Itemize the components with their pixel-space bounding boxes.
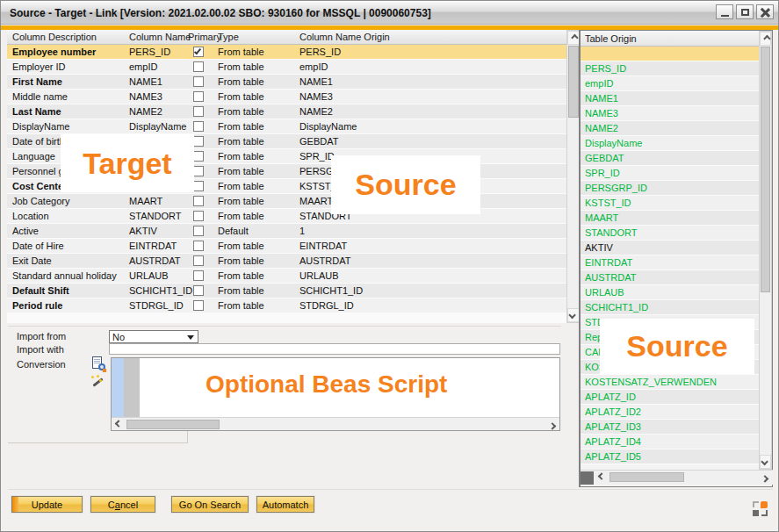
- table-row[interactable]: Last NameNAME2From tableNAME2: [7, 104, 566, 119]
- primary-checkbox[interactable]: [193, 270, 204, 281]
- table-row[interactable]: Job CategoryMAARTFrom tableMAART: [7, 194, 566, 209]
- automatch-button[interactable]: Automatch: [256, 496, 314, 513]
- cell-type: From table: [218, 181, 264, 191]
- primary-checkbox[interactable]: [193, 226, 204, 236]
- origin-list-item[interactable]: NAME2: [581, 121, 759, 136]
- origin-list-item[interactable]: empID: [581, 76, 759, 91]
- cell-type: From table: [218, 151, 264, 162]
- origin-item-label: APLATZ_ID5: [585, 451, 641, 462]
- primary-checkbox[interactable]: [193, 61, 204, 72]
- origin-list-item[interactable]: AUSTRDAT: [581, 270, 759, 285]
- primary-checkbox[interactable]: [193, 121, 204, 132]
- primary-checkbox[interactable]: [193, 211, 204, 221]
- primary-checkbox[interactable]: [193, 91, 204, 102]
- origin-list-item[interactable]: APLATZ_ID5: [581, 449, 759, 464]
- origin-list-item[interactable]: APLATZ_ID2: [581, 405, 759, 420]
- primary-checkbox[interactable]: [193, 166, 204, 176]
- origin-item-label: NAME3: [585, 108, 618, 119]
- primary-checkbox[interactable]: [193, 300, 204, 311]
- editor-horizontal-scrollbar[interactable]: [112, 417, 559, 430]
- table-row[interactable]: Employee numberPERS_IDFrom tablePERS_ID: [7, 45, 566, 60]
- cell-name: NAME1: [129, 76, 162, 87]
- origin-list-item[interactable]: AKTIV: [581, 241, 759, 255]
- panel-scroll-left-button[interactable]: [595, 471, 608, 483]
- origin-list-item[interactable]: KSTST_ID: [581, 196, 759, 211]
- grid-scroll-down-button[interactable]: [567, 308, 580, 322]
- table-row[interactable]: Period ruleSTDRGL_IDFrom tableSTDRGL_ID: [7, 298, 566, 313]
- table-row[interactable]: Standard annual holidayURLAUBFrom tableU…: [7, 269, 566, 284]
- table-row[interactable]: Default ShiftSCHICHT1_IDFrom tableSCHICH…: [7, 284, 566, 298]
- editor-scroll-right-button[interactable]: [546, 419, 559, 430]
- close-button[interactable]: [756, 4, 774, 19]
- header-column-description[interactable]: Column Description: [12, 32, 97, 42]
- primary-checkbox[interactable]: [193, 285, 204, 296]
- header-type[interactable]: Type: [218, 32, 239, 42]
- table-row[interactable]: Date of HireEINTRDATFrom tableEINTRDAT: [7, 239, 566, 254]
- origin-list-item[interactable]: SCHICHT1_ID: [581, 300, 759, 315]
- header-primary[interactable]: Primary: [188, 32, 221, 42]
- origin-list-item[interactable]: [581, 47, 759, 61]
- import-from-dropdown[interactable]: No: [109, 330, 198, 343]
- panel-scroll-right-button[interactable]: [759, 471, 771, 483]
- origin-list-item[interactable]: DisplayName: [581, 136, 759, 151]
- go-on-search-button[interactable]: Go On Search: [171, 496, 249, 513]
- primary-checkbox[interactable]: [193, 241, 204, 251]
- primary-checkbox[interactable]: [193, 196, 204, 206]
- origin-list-item[interactable]: SPR_ID: [581, 166, 759, 181]
- origin-list-item[interactable]: APLATZ_ID4: [581, 435, 759, 449]
- header-column-name[interactable]: Column Name: [129, 32, 191, 42]
- origin-item-label: SCHICHT1_ID: [585, 302, 648, 313]
- table-row[interactable]: Exit DateAUSTRDATFrom tableAUSTRDAT: [7, 254, 566, 269]
- origin-list-item[interactable]: PERS_ID: [581, 61, 759, 76]
- cancel-button[interactable]: Cancel: [90, 496, 155, 513]
- editor-scroll-left-button[interactable]: [112, 419, 125, 430]
- table-row[interactable]: DisplayNameDisplayNameFrom tableDisplayN…: [7, 119, 566, 134]
- primary-checkbox[interactable]: [193, 151, 204, 162]
- import-with-input[interactable]: [109, 343, 560, 355]
- panel-horizontal-scrollbar[interactable]: [581, 470, 773, 485]
- primary-checkbox[interactable]: [193, 255, 204, 266]
- origin-list-item[interactable]: PERSGRP_ID: [581, 181, 759, 196]
- header-column-name-origin[interactable]: Column Name Origin: [299, 32, 390, 42]
- origin-list-item[interactable]: EINTRDAT: [581, 255, 759, 270]
- panel-scroll-down-button[interactable]: [760, 455, 771, 469]
- expand-form-button[interactable]: [753, 501, 768, 516]
- primary-checkbox[interactable]: [193, 136, 204, 147]
- origin-list-item[interactable]: GEBDAT: [581, 151, 759, 166]
- minimize-button[interactable]: [716, 4, 733, 19]
- origin-list-item[interactable]: KOSTENSATZ_VERWENDEN: [581, 375, 759, 390]
- origin-list-item[interactable]: APLATZ_ID: [581, 390, 759, 405]
- primary-checkbox[interactable]: [193, 181, 204, 191]
- script-wizard-button[interactable]: [90, 375, 105, 390]
- origin-item-label: GEBDAT: [585, 153, 624, 163]
- table-origin-header[interactable]: Table Origin: [581, 31, 759, 47]
- origin-list-item[interactable]: STANDORT: [581, 226, 759, 241]
- dropdown-arrow-icon: [187, 335, 194, 340]
- origin-list-item[interactable]: NAME1: [581, 91, 759, 106]
- mapping-table-header: Column Description Column Name Primary T…: [7, 30, 566, 45]
- panel-vertical-scrollbar[interactable]: [759, 31, 772, 470]
- table-row[interactable]: ActiveAKTIVDefault1: [7, 224, 566, 239]
- origin-list-item[interactable]: URLAUB: [581, 285, 759, 300]
- panel-hscrollbar-thumb[interactable]: [609, 472, 684, 482]
- origin-list-item[interactable]: NAME3: [581, 106, 759, 121]
- table-row[interactable]: Employer IDempIDFrom tableempID: [7, 60, 566, 75]
- update-button[interactable]: Update: [11, 496, 83, 513]
- editor-hscrollbar-thumb[interactable]: [126, 420, 220, 429]
- title-bar[interactable]: Source - Target - Link [Version: 2021.02…: [1, 1, 778, 25]
- table-row[interactable]: First NameNAME1From tableNAME1: [7, 75, 566, 90]
- table-row[interactable]: LocationSTANDORTFrom tableSTANDORT: [7, 209, 566, 224]
- grid-scroll-up-button[interactable]: [567, 31, 580, 45]
- cell-type: From table: [218, 211, 264, 221]
- table-row[interactable]: Middle nameNAME3From tableNAME3: [7, 90, 566, 104]
- primary-checkbox[interactable]: [193, 47, 204, 57]
- maximize-button[interactable]: [736, 4, 754, 19]
- panel-scroll-up-button[interactable]: [760, 32, 771, 46]
- primary-checkbox[interactable]: [193, 106, 204, 117]
- panel-scrollbar-thumb[interactable]: [761, 47, 770, 292]
- origin-list-item[interactable]: MAART: [581, 211, 759, 226]
- preview-script-button[interactable]: [90, 356, 105, 371]
- primary-checkbox[interactable]: [193, 76, 204, 87]
- origin-list-item[interactable]: APLATZ_ID3: [581, 420, 759, 435]
- grid-scrollbar-thumb[interactable]: [568, 46, 579, 118]
